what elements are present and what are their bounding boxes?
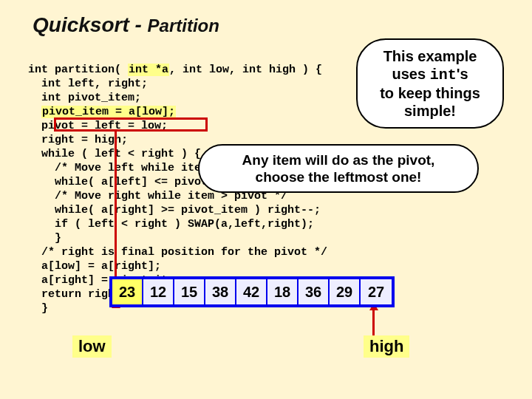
- callout-simple: This example uses int's to keep things s…: [356, 38, 504, 129]
- label-high: high: [364, 335, 409, 358]
- code-l18: }: [28, 302, 48, 315]
- title-main: Quicksort -: [33, 13, 148, 36]
- code-l1b: , int low, int high ) {: [169, 64, 322, 76]
- code-l4a: [28, 106, 41, 118]
- code-l12: if ( left < right ) SWAP(a,left,right);: [28, 218, 314, 231]
- callout1-l2: uses int's: [364, 65, 497, 84]
- callout1-l4: simple!: [364, 102, 497, 120]
- code-l1-highlight: int *a: [128, 64, 169, 76]
- array-cell-0: 23: [112, 279, 143, 304]
- array-cell-8: 27: [361, 279, 392, 304]
- code-l14: /* right is final position for the pivot…: [28, 246, 327, 259]
- array-cell-7: 29: [330, 279, 361, 304]
- array-cell-1: 12: [143, 279, 174, 304]
- code-l1a: int partition(: [28, 64, 128, 76]
- code-l2: int left, right;: [28, 78, 148, 90]
- array-cell-3: 38: [205, 279, 236, 304]
- label-low: low: [72, 335, 112, 358]
- callout1-l3: to keep things: [364, 84, 497, 102]
- array-cell-4: 42: [236, 279, 267, 304]
- array-cell-5: 18: [267, 279, 299, 304]
- code-l4-highlight: pivot_item = a[low];: [41, 106, 176, 118]
- callout1-l1: This example: [364, 47, 497, 65]
- code-l15: a[low] = a[right];: [28, 260, 161, 273]
- array-visual: 23 12 15 38 42 18 36 29 27: [109, 276, 395, 307]
- code-l11: while( a[right] >= pivot_item ) right--;: [28, 204, 321, 216]
- code-l3: int pivot_item;: [28, 92, 141, 104]
- slide-title: Quicksort - Partition: [33, 13, 219, 37]
- callout2-l2: choose the leftmost one!: [208, 168, 468, 185]
- code-l6: right = high;: [28, 134, 128, 146]
- array-cell-2: 15: [174, 279, 205, 304]
- title-sub: Partition: [148, 16, 219, 35]
- code-l13: }: [28, 232, 61, 245]
- array-cell-6: 36: [299, 279, 330, 304]
- callout-pivot: Any item will do as the pivot, choose th…: [198, 144, 479, 193]
- highlight-box-pivot-line: [54, 117, 208, 132]
- callout2-l1: Any item will do as the pivot,: [208, 151, 468, 168]
- arrow-line-low: [115, 131, 117, 290]
